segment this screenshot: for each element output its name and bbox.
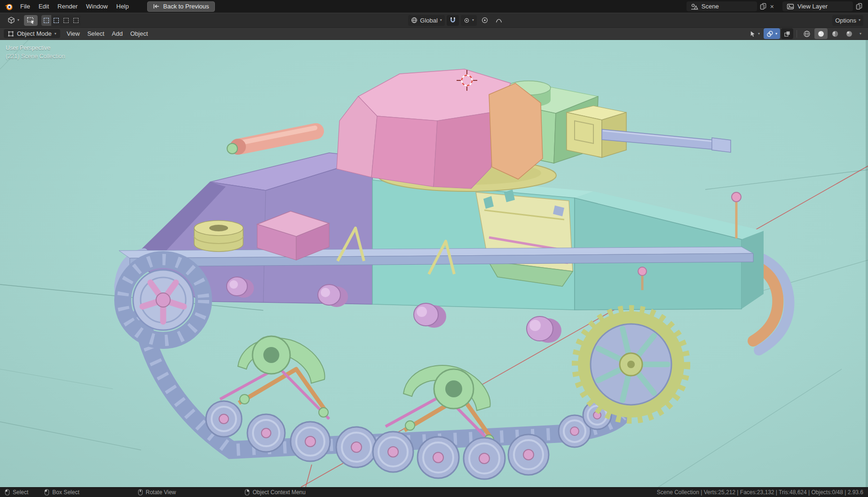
mouse-middle-icon <box>138 489 143 496</box>
statusbar: Select Box Select Rotate View Object Con… <box>0 487 868 497</box>
mode-value: Object Mode <box>17 30 52 37</box>
new-view-layer-button[interactable] <box>854 2 864 11</box>
mouse-right-icon <box>245 489 250 496</box>
chevron-down-icon: ▾ <box>472 18 474 22</box>
new-scene-button[interactable] <box>758 2 768 11</box>
chevron-down-icon: ▾ <box>859 18 860 22</box>
transform-orientation-dropdown[interactable]: Global ▾ <box>408 15 445 26</box>
show-gizmo-button[interactable]: ▾ <box>747 28 763 39</box>
select-mode-subtract-button[interactable] <box>61 15 71 26</box>
view-name-label: User Perspective <box>6 44 65 52</box>
menu-edit[interactable]: Edit <box>34 1 53 11</box>
scene-icon <box>691 3 698 10</box>
mouse-left-icon <box>5 489 10 496</box>
viewport-editor-icon <box>8 16 15 24</box>
shading-rendered-button[interactable] <box>843 28 856 39</box>
proportional-circle-icon <box>481 17 488 24</box>
overlays-icon <box>766 31 773 37</box>
mouse-left-drag-icon <box>44 489 49 496</box>
chevron-down-icon: ▾ <box>17 18 19 22</box>
menu-view[interactable]: View <box>63 29 84 39</box>
active-tool-select-box-button[interactable] <box>24 15 38 26</box>
chevron-down-icon: ▾ <box>440 18 442 22</box>
wireframe-sphere-icon <box>803 30 811 38</box>
snap-settings-dropdown[interactable]: ▾ <box>461 15 477 26</box>
menu-select[interactable]: Select <box>84 29 108 39</box>
scene-selector[interactable]: Scene <box>687 1 757 11</box>
hint-rotate-view: Rotate View <box>138 489 176 496</box>
object-mode-icon <box>8 31 14 37</box>
material-sphere-icon <box>831 30 839 38</box>
xray-icon <box>784 31 790 37</box>
select-extend-icon <box>54 18 59 23</box>
hint-box-select: Box Select <box>44 489 79 496</box>
menu-object[interactable]: Object <box>126 29 152 39</box>
select-mode-extend-button[interactable] <box>51 15 61 26</box>
viewport-header: Object Mode ▾ View Select Add Object ▾ <box>0 28 868 40</box>
menu-add[interactable]: Add <box>108 29 126 39</box>
viewport-toggles: ▾ ▾ <box>747 28 864 39</box>
select-mode-group <box>41 15 81 26</box>
falloff-curve-icon <box>496 17 502 23</box>
tool-settings-bar: ▾ <box>0 13 868 28</box>
tank-model <box>118 69 789 479</box>
select-subtract-icon <box>63 18 69 23</box>
show-overlays-button[interactable]: ▾ <box>764 28 780 39</box>
menu-render[interactable]: Render <box>53 1 82 11</box>
view-layer-icon <box>787 3 794 10</box>
proportional-falloff-dropdown[interactable] <box>493 15 505 26</box>
topbar: File Edit Render Window Help Back to Pre… <box>0 0 868 13</box>
editor-type-button[interactable]: ▾ <box>5 15 22 26</box>
chevron-down-icon: ▾ <box>758 32 760 36</box>
mode-selector[interactable]: Object Mode ▾ <box>4 29 60 38</box>
magnet-icon <box>450 17 456 24</box>
viewport-edge-scrollbar[interactable] <box>866 40 868 487</box>
blender-window: File Edit Render Window Help Back to Pre… <box>0 0 868 497</box>
view-layer-selector[interactable]: View Layer <box>782 1 853 11</box>
scene-stats: Scene Collection | Verts:25,212 | Faces:… <box>657 489 863 496</box>
blender-logo-icon[interactable] <box>4 2 14 11</box>
unlink-scene-button[interactable]: × <box>768 2 776 11</box>
active-collection-label: (221) Scene Collection <box>6 52 65 61</box>
scene-canvas[interactable] <box>0 40 868 487</box>
menu-file[interactable]: File <box>16 1 34 11</box>
shading-material-button[interactable] <box>829 28 842 39</box>
select-box-tool-icon <box>27 17 35 24</box>
solid-sphere-icon <box>817 30 825 38</box>
shading-solid-button[interactable] <box>814 28 828 39</box>
rendered-sphere-icon <box>845 30 853 38</box>
toggle-xray-button[interactable] <box>781 28 793 39</box>
snap-target-icon <box>464 17 470 24</box>
scene-name: Scene <box>702 3 753 10</box>
close-icon: × <box>770 3 774 10</box>
view-layer-name: View Layer <box>797 3 849 10</box>
back-to-previous-button[interactable]: Back to Previous <box>147 1 215 12</box>
hint-object-context-menu: Object Context Menu <box>245 489 306 496</box>
select-intersect-icon <box>73 18 79 23</box>
select-set-icon <box>44 18 49 23</box>
shading-dropdown-button[interactable]: ▾ <box>857 28 864 39</box>
select-mode-intersect-button[interactable] <box>71 15 81 26</box>
chevron-down-icon: ▾ <box>860 32 861 36</box>
menu-help[interactable]: Help <box>112 1 133 11</box>
orientation-globe-icon <box>411 17 418 24</box>
hint-select: Select <box>5 489 28 496</box>
chevron-down-icon: ▾ <box>55 32 56 36</box>
divider <box>797 30 797 38</box>
proportional-editing-button[interactable] <box>479 15 491 26</box>
options-label: Options <box>835 17 856 24</box>
axis-line-front <box>306 465 312 487</box>
options-dropdown[interactable]: Options ▾ <box>832 15 863 26</box>
select-mode-set-button[interactable] <box>41 15 51 26</box>
gizmo-pointer-icon <box>750 31 756 37</box>
shading-wireframe-button[interactable] <box>800 28 813 39</box>
menu-window[interactable]: Window <box>82 1 112 11</box>
chevron-down-icon: ▾ <box>775 32 777 36</box>
main-menus: File Edit Render Window Help <box>16 1 133 11</box>
snap-toggle-button[interactable] <box>447 15 459 26</box>
orientation-value: Global <box>420 17 438 24</box>
viewport-3d[interactable]: User Perspective (221) Scene Collection <box>0 40 868 487</box>
viewport-overlay-text: User Perspective (221) Scene Collection <box>6 44 65 61</box>
back-arrow-icon <box>153 3 160 9</box>
